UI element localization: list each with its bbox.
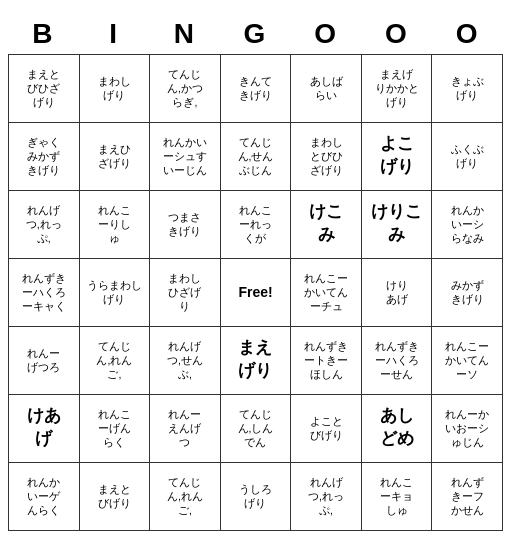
bingo-cell: れんこー かいてん ーソ [432,327,503,395]
bingo-cell: れんーか いおーシ ゅじん [432,395,503,463]
bingo-cell: れんこ ーげん らく [80,395,151,463]
bingo-cell: けりこみ [362,191,433,259]
bingo-cell: れんず きーフ かせん [432,463,503,531]
bingo-cell: てんじ ん,れん ご, [80,327,151,395]
bingo-cell: まえげ りかかと げり [362,55,433,123]
bingo-cell: れんずき ーハくろ ーキャく [9,259,80,327]
bingo-cell: ぎゃく みかず きげり [9,123,80,191]
header-letter: N [149,14,220,54]
bingo-cell: みかず きげり [432,259,503,327]
bingo-cell: まわし とびひ ざげり [291,123,362,191]
bingo-cell: うしろ げり [221,463,292,531]
bingo-cell: あしば らい [291,55,362,123]
bingo-cell: けこ み [291,191,362,259]
bingo-cell: れんげ つ,れっ ぷ, [291,463,362,531]
bingo-header: BINGOOO [8,14,503,54]
bingo-cell: れんこー かいてん ーチュ [291,259,362,327]
header-letter: O [432,14,503,54]
header-letter: I [79,14,150,54]
bingo-cell: てんじ ん,せん ぶじん [221,123,292,191]
header-letter: O [291,14,362,54]
bingo-grid: まえと びひざ げりまわし げりてんじ ん,かつ らぎ,きんて きげりあしば ら… [8,54,503,531]
bingo-cell: まえと びげり [80,463,151,531]
bingo-cell: まえひ ざげり [80,123,151,191]
bingo-cell: れんげ つ,せん ぶ, [150,327,221,395]
bingo-cell: よこと びげり [291,395,362,463]
bingo-cell: ふくぶ げり [432,123,503,191]
bingo-cell: れんか いーゲ んらく [9,463,80,531]
bingo-cell: れんかい ーシュす いーじん [150,123,221,191]
bingo-cell: あし どめ [362,395,433,463]
bingo-cell: れんか いーシ らなみ [432,191,503,259]
bingo-cell: れんずき ーハくろ ーせん [362,327,433,395]
bingo-cell: きょぶ げり [432,55,503,123]
bingo-cell: きんて きげり [221,55,292,123]
bingo-cell: まわし げり [80,55,151,123]
bingo-cell: れんこ ーれっ くが [221,191,292,259]
bingo-cell: れんー えんげ つ [150,395,221,463]
bingo-cell: てんじ ん,しん でん [221,395,292,463]
bingo-cell: けり あげ [362,259,433,327]
bingo-cell: れんずき ートきー ほしん [291,327,362,395]
bingo-cell: てんじ ん,かつ らぎ, [150,55,221,123]
bingo-cell: れんー げつろ [9,327,80,395]
bingo-cell: れんこ ーキョ しゅ [362,463,433,531]
bingo-cell: まわし ひざげ り [150,259,221,327]
bingo-cell: れんげ つ,れっ ぷ, [9,191,80,259]
header-letter: O [362,14,433,54]
header-letter: B [8,14,79,54]
bingo-cell: れんこ ーりし ゅ [80,191,151,259]
bingo-cell: うらまわしげり [80,259,151,327]
bingo-cell: てんじ ん,れん ご, [150,463,221,531]
header-letter: G [220,14,291,54]
bingo-cell: よこ げり [362,123,433,191]
bingo-cell: まえと びひざ げり [9,55,80,123]
bingo-cell: つまさ きげり [150,191,221,259]
bingo-cell: Free! [221,259,292,327]
bingo-cell: けあ げ [9,395,80,463]
bingo-cell: まえ げり [221,327,292,395]
bingo-card: BINGOOO まえと びひざ げりまわし げりてんじ ん,かつ らぎ,きんて … [8,14,503,531]
